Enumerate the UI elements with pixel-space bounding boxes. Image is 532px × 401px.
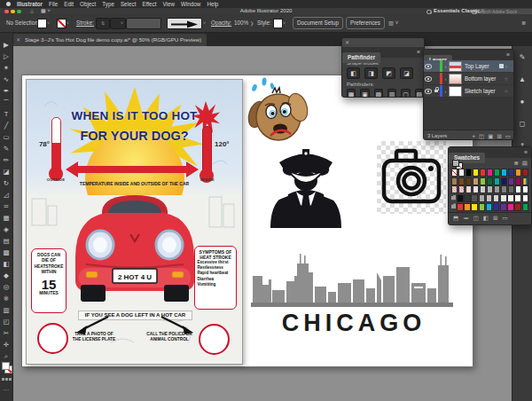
swatch[interactable] (515, 185, 521, 193)
color-mode-buttons[interactable] (2, 378, 12, 381)
swatch[interactable] (487, 177, 493, 185)
swatch[interactable] (515, 177, 521, 185)
gradient-button[interactable] (5, 378, 8, 381)
swatch[interactable] (479, 194, 485, 202)
color-button[interactable] (2, 378, 4, 381)
swatch[interactable] (480, 169, 486, 177)
swatch[interactable] (473, 185, 479, 193)
target-circle-icon[interactable]: ○ (505, 89, 513, 94)
direct-selection-tool-icon[interactable]: ▷ (0, 51, 12, 62)
layer-row-3[interactable]: ›Sketch layer○ (424, 85, 513, 98)
color-group-folder-icon[interactable] (451, 194, 456, 200)
visibility-eye-icon[interactable] (424, 64, 433, 69)
apple-menu-icon[interactable] (6, 2, 11, 6)
preferences-button[interactable]: Preferences (346, 17, 385, 29)
new-layer-icon[interactable]: ⊞ (497, 130, 501, 140)
swatch[interactable] (522, 177, 528, 185)
swatch[interactable] (458, 185, 465, 193)
fill-color-swatch[interactable] (37, 19, 47, 28)
swatch[interactable] (473, 169, 479, 177)
list-view-icon[interactable]: ≣ (513, 158, 518, 168)
menu-file[interactable]: File (49, 0, 58, 8)
visibility-eye-icon[interactable] (424, 89, 433, 94)
swatch[interactable] (514, 203, 520, 211)
align-options-icon[interactable]: ▥ ˅ (388, 14, 398, 32)
swatch[interactable] (458, 169, 465, 177)
swatch[interactable] (500, 194, 506, 202)
rotate-tool-icon[interactable]: ↻ (0, 177, 12, 189)
trim-icon[interactable]: ▣ (360, 89, 369, 98)
mesh-tool-icon[interactable]: ▩ (0, 247, 12, 258)
target-circle-icon[interactable]: ○ (505, 64, 513, 69)
swatch[interactable] (515, 169, 521, 177)
menu-effect[interactable]: Effect (142, 0, 156, 8)
swatch[interactable] (479, 203, 485, 211)
swatch[interactable] (494, 169, 500, 177)
scale-tool-icon[interactable]: ◿ (0, 189, 12, 200)
chicago-skyline-clipart[interactable] (251, 251, 457, 310)
fill-indicator-icon[interactable] (2, 362, 10, 370)
free-transform-tool-icon[interactable]: ▦ (0, 212, 12, 224)
swatch[interactable] (466, 169, 472, 177)
expand-arrow-icon[interactable]: › (442, 89, 449, 94)
style-swatch[interactable] (273, 19, 283, 28)
swatch[interactable] (501, 185, 507, 193)
none-button[interactable] (9, 378, 12, 381)
red-beetle-car[interactable]: 2 HOT 4 U (68, 193, 201, 304)
menu-illustrator[interactable]: Illustrator (17, 0, 43, 8)
pathfinder-panel-header[interactable]: ✕ (342, 38, 424, 47)
document-setup-button[interactable]: Document Setup (293, 17, 343, 29)
dog-heat-poster[interactable]: WHEN IS IT TOO HOT FOR YOUR DOG? 78° 120… (26, 79, 243, 365)
opacity-label[interactable]: Opacity: (211, 14, 231, 32)
swatch[interactable] (480, 185, 486, 193)
swatch[interactable] (471, 203, 477, 211)
merge-icon[interactable]: ▤ (374, 89, 383, 98)
rectangle-tool-icon[interactable]: ▭ (0, 131, 12, 143)
fill-stroke-indicator[interactable] (2, 362, 12, 373)
pen-tool-icon[interactable]: ✒ (0, 85, 12, 97)
swatch[interactable] (451, 185, 458, 193)
hand-tool-icon[interactable]: ✛ (0, 339, 12, 350)
magic-wand-tool-icon[interactable]: ✶ (0, 62, 12, 74)
line-segment-tool-icon[interactable]: ╱ (0, 120, 12, 131)
stroke-label[interactable]: Stroke: (76, 14, 94, 32)
panel-menu-icon[interactable]: ≡ (417, 47, 420, 58)
swatch[interactable] (494, 185, 500, 193)
layer-row-2[interactable]: ›Bottom layer○ (424, 73, 513, 85)
swatch[interactable] (466, 185, 472, 193)
tab-pathfinder[interactable]: Pathfinder (342, 52, 380, 63)
swatch[interactable] (487, 169, 493, 177)
symbol-sprayer-tool-icon[interactable]: ※ (0, 293, 12, 304)
slice-tool-icon[interactable]: ✂ (0, 327, 12, 339)
menu-select[interactable]: Select (121, 0, 137, 8)
eyedropper-tool-icon[interactable]: ◆ (0, 270, 12, 281)
new-color-group-icon[interactable]: ◧ (483, 213, 489, 224)
expand-arrow-icon[interactable]: › (442, 64, 449, 69)
pencil-tool-icon[interactable]: ✏ (0, 154, 12, 166)
swatch[interactable] (514, 194, 520, 202)
close-tab-icon[interactable]: ✕ (16, 34, 20, 46)
target-circle-icon[interactable]: ○ (505, 76, 513, 82)
perspective-grid-tool-icon[interactable]: ▤ (0, 235, 12, 247)
swatch[interactable] (494, 177, 500, 185)
opacity-value[interactable]: 100% (234, 14, 248, 32)
new-sublayer-icon[interactable]: ▣ (488, 130, 493, 140)
menu-edit[interactable]: Edit (64, 0, 74, 8)
opacity-more-icon[interactable]: ❯ (250, 14, 254, 32)
swatch[interactable] (464, 203, 470, 211)
swatch[interactable] (508, 177, 514, 185)
graph-tool-icon[interactable]: ▥ (0, 304, 12, 316)
transform-panel-icon[interactable]: ◻ (512, 113, 532, 135)
paintbrush-tool-icon[interactable]: ✎ (0, 143, 12, 154)
swatch[interactable] (486, 203, 492, 211)
swatch[interactable] (522, 203, 528, 211)
artboard[interactable]: WHEN IS IT TOO HOT FOR YOUR DOG? 78° 120… (21, 75, 473, 367)
graphic-styles-panel-icon[interactable]: ▲ (512, 68, 532, 90)
swatch[interactable] (522, 194, 528, 202)
make-clipping-mask-icon[interactable]: ◫ (479, 130, 484, 140)
swatch-options-icon[interactable]: ◫ (473, 213, 479, 224)
swatch[interactable] (522, 169, 528, 177)
swatch[interactable] (493, 194, 499, 202)
panel-options-icon[interactable]: ≣ (521, 14, 526, 32)
crop-icon[interactable]: ▥ (387, 89, 396, 98)
